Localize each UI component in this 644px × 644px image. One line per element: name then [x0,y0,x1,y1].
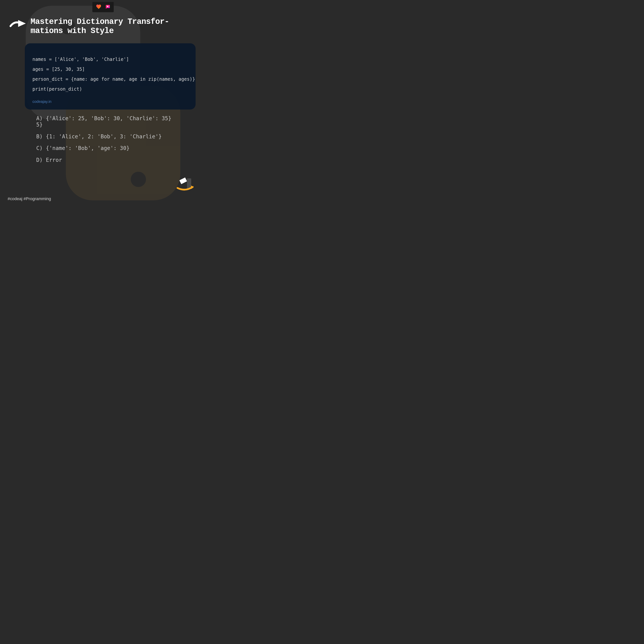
comment-icon[interactable] [105,4,110,10]
option-a[interactable]: A) {'Alice': 25, 'Bob': 30, 'Charlie': 3… [36,115,197,128]
brand-logo-icon [175,174,196,195]
code-line-3: person_dict = {name: age for name, age i… [32,75,188,84]
title-row: Mastering Dictionary Transfor- mations w… [10,17,197,36]
code-line-1: names = ['Alice', 'Bob', 'Charlie'] [32,55,188,64]
option-c[interactable]: C) {'name': 'Bob', 'age': 30} [36,145,197,152]
answer-options: A) {'Alice': 25, 'Bob': 30, 'Charlie': 3… [36,115,197,163]
curved-arrow-icon [10,18,27,30]
code-block: names = ['Alice', 'Bob', 'Charlie'] ages… [25,43,196,110]
code-line-2: ages = [25, 30, 35] [32,65,188,74]
page-title: Mastering Dictionary Transfor- mations w… [31,17,197,36]
code-watermark: codeajay.in [32,99,188,104]
option-b[interactable]: B) {1: 'Alice', 2: 'Bob', 3: 'Charlie'} [36,133,197,140]
heart-icon[interactable] [96,4,102,10]
option-d[interactable]: D) Error [36,157,197,163]
svg-point-0 [107,6,108,7]
reaction-bar [92,2,114,12]
code-line-4: print(person_dict) [32,85,188,94]
